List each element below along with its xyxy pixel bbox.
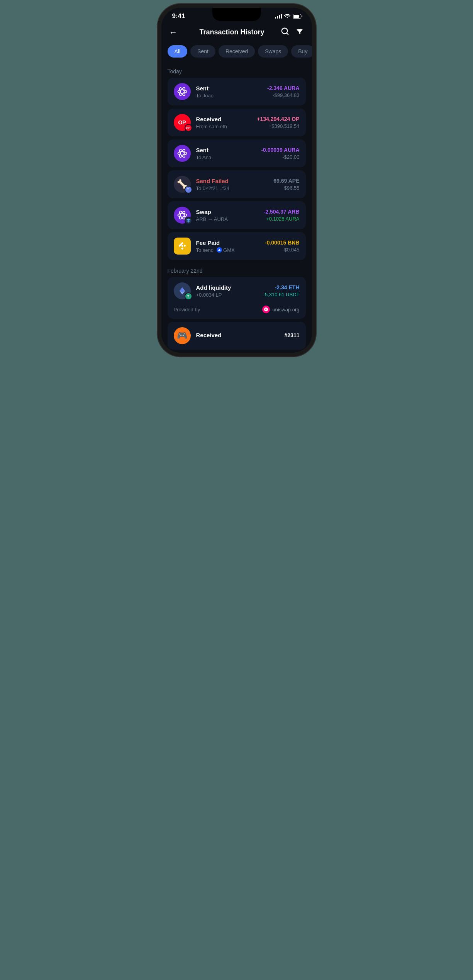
tx-info: Received From sam.eth — [196, 116, 252, 129]
tx-amount-primary: -0.00015 BNB — [265, 239, 300, 246]
tx-amount-primary: -0.00039 AURA — [261, 147, 299, 153]
tx-title: Sent — [196, 147, 256, 153]
tx-title: Sent — [196, 85, 262, 92]
tx-title: Send Failed — [196, 178, 268, 184]
tx-amounts: -2.346 AURA -$99,364.83 — [267, 85, 300, 98]
tx-amount-primary: -2.34 ETH — [263, 284, 300, 290]
swap-token-icon — [174, 207, 191, 224]
tx-title: Fee Paid — [196, 239, 260, 246]
tx-info: Swap ARB → AURA — [196, 209, 258, 222]
transaction-item[interactable]: Sent To Joao -2.346 AURA -$99,364.83 — [168, 78, 306, 105]
tx-title: Swap — [196, 209, 258, 215]
phone-frame: 9:41 ← Transaction History — [161, 8, 312, 353]
back-button[interactable]: ← — [169, 27, 183, 37]
tx-subtitle: +0.0034 LP — [196, 292, 258, 298]
tx-amount-secondary: -5,310.61 USDT — [263, 292, 300, 297]
tx-subtitle: ARB → AURA — [196, 216, 258, 222]
tx-amounts: #2311 — [285, 332, 300, 340]
tx-amounts: -0.00015 BNB -$0.045 — [265, 239, 300, 253]
transaction-item[interactable]: 🎮 Received #2311 — [168, 322, 306, 350]
svg-point-8 — [178, 213, 186, 217]
tx-subtitle: To send GMX — [196, 247, 260, 253]
tx-info: Add liquidity +0.0034 LP — [196, 284, 258, 298]
svg-point-2 — [178, 90, 186, 93]
tx-amounts: -2,504.37 ARB +0.1028 AURA — [264, 209, 300, 222]
page-title: Transaction History — [199, 28, 264, 36]
tx-title: Received — [196, 332, 279, 338]
tab-all[interactable]: All — [168, 45, 188, 58]
tx-info: Received — [196, 332, 279, 340]
tx-info: Sent To Joao — [196, 85, 262, 99]
main-content: Today Sent To Joao -2.346 AURA -$99,364.… — [161, 64, 312, 350]
section-today: Today — [168, 64, 306, 78]
liquidity-token-icon: T — [174, 282, 191, 299]
battery-icon — [293, 14, 301, 19]
tx-amounts: -0.00039 AURA -$20.00 — [261, 147, 299, 160]
provided-by-name: uniswap.org — [272, 307, 299, 313]
tx-amount-primary: -2.346 AURA — [267, 85, 300, 91]
svg-point-5 — [178, 151, 186, 155]
bnb-token-icon — [174, 238, 191, 255]
signal-icon — [275, 14, 282, 19]
filter-icon[interactable] — [295, 27, 304, 37]
tab-swaps[interactable]: Swaps — [258, 45, 288, 58]
tab-buy[interactable]: Buy — [291, 45, 312, 58]
section-feb22: February 22nd — [168, 263, 306, 277]
tx-amount-secondary: $96.55 — [273, 185, 299, 191]
tx-amounts: 69.69 APE $96.55 — [273, 178, 299, 191]
transaction-item[interactable]: 🦴 Ξ Send Failed To 0×2f21...f34 69.69 AP… — [168, 170, 306, 198]
tx-subtitle: To Ana — [196, 155, 256, 160]
op-token-icon: OP OP — [174, 114, 191, 131]
provided-by-source: uniswap.org — [262, 306, 299, 313]
tx-amount-secondary: +0.1028 AURA — [264, 216, 300, 222]
tx-title: Received — [196, 116, 252, 122]
transaction-item[interactable]: Sent To Ana -0.00039 AURA -$20.00 — [168, 139, 306, 167]
transaction-item[interactable]: Fee Paid To send GMX -0.00015 BNB - — [168, 232, 306, 260]
tx-title: Add liquidity — [196, 284, 258, 291]
tx-subtitle: To Joao — [196, 93, 262, 99]
tx-amount-primary: 69.69 APE — [273, 178, 299, 184]
svg-line-1 — [287, 33, 288, 34]
tx-subtitle: To 0×2f21...f34 — [196, 185, 268, 191]
transaction-item[interactable]: OP OP Received From sam.eth +134,294.424… — [168, 109, 306, 136]
tx-amounts: +134,294.424 OP +$390,519.54 — [257, 116, 299, 129]
header: ← Transaction History — [161, 22, 312, 44]
filter-tabs: All Sent Received Swaps Buy Se... — [161, 44, 312, 64]
header-actions — [281, 27, 304, 37]
tx-amount-primary: +134,294.424 OP — [257, 116, 299, 122]
provided-by-label: Provided by — [174, 307, 200, 313]
wifi-icon — [284, 13, 290, 19]
transaction-item[interactable]: T Add liquidity +0.0034 LP -2.34 ETH -5,… — [168, 277, 306, 305]
tx-amount-secondary: -$20.00 — [261, 154, 299, 160]
search-icon[interactable] — [281, 27, 289, 37]
tx-info: Sent To Ana — [196, 147, 256, 160]
aura-token-icon — [174, 145, 191, 162]
uniswap-icon — [262, 306, 270, 313]
tx-amount-primary: -2,504.37 ARB — [264, 209, 300, 215]
tx-amount-secondary: -$0.045 — [265, 247, 300, 253]
aura-token-icon — [174, 83, 191, 100]
transaction-item[interactable]: Swap ARB → AURA -2,504.37 ARB +0.1028 AU… — [168, 201, 306, 229]
creature-token-icon: 🎮 — [174, 327, 191, 344]
tx-amount-secondary: +$390,519.54 — [257, 123, 299, 129]
tx-subtitle: From sam.eth — [196, 124, 252, 129]
tx-amount-secondary: -$99,364.83 — [267, 92, 300, 98]
tx-amounts: -2.34 ETH -5,310.61 USDT — [263, 284, 300, 297]
status-time: 9:41 — [172, 12, 185, 20]
tx-info: Fee Paid To send GMX — [196, 239, 260, 253]
tx-amount-primary: #2311 — [285, 332, 300, 338]
svg-marker-11 — [218, 249, 220, 251]
notch — [212, 8, 261, 21]
tx-info: Send Failed To 0×2f21...f34 — [196, 178, 268, 191]
status-icons — [275, 13, 301, 19]
ape-token-icon: 🦴 Ξ — [174, 176, 191, 193]
tab-received[interactable]: Received — [219, 45, 255, 58]
provided-by-section: Provided by uniswap.org — [168, 302, 306, 319]
tab-sent[interactable]: Sent — [190, 45, 215, 58]
